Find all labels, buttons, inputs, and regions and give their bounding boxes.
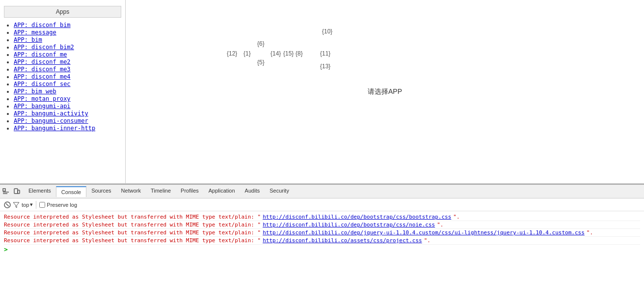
app-link[interactable]: APP: disconf sec <box>14 81 71 87</box>
app-link[interactable]: APP: disconf me <box>14 51 67 58</box>
console-line: Resource interpreted as Stylesheet but t… <box>4 213 640 221</box>
app-link[interactable]: APP: disconf me2 <box>14 58 71 65</box>
tab-elements[interactable]: Elements <box>24 186 56 197</box>
app-list: APP: disconf bimAPP: messageAPP: bimAPP:… <box>0 22 125 132</box>
device-icon[interactable] <box>13 188 21 196</box>
floating-label: {11} <box>320 50 330 57</box>
console-line: Resource interpreted as Stylesheet but t… <box>4 237 640 245</box>
list-item: APP: disconf bim2 <box>14 44 125 51</box>
app-link[interactable]: APP: bangumi-api <box>14 103 71 110</box>
list-item: APP: message <box>14 29 125 36</box>
svg-rect-3 <box>14 189 18 194</box>
top-dropdown[interactable]: top ▾ <box>22 201 33 208</box>
list-item: APP: bangumi-inner-http <box>14 125 125 132</box>
select-app-text: 请选择APP <box>368 87 402 96</box>
app-link[interactable]: APP: disconf bim <box>14 22 71 28</box>
svg-marker-7 <box>13 202 19 208</box>
console-prompt: > <box>4 245 640 254</box>
clear-icon[interactable] <box>4 201 11 208</box>
list-item: APP: disconf me2 <box>14 58 125 65</box>
devtools-console: Resource interpreted as Stylesheet but t… <box>0 211 644 282</box>
floating-label: {5} <box>257 59 265 66</box>
list-item: APP: disconf sec <box>14 81 125 87</box>
tab-sources[interactable]: Sources <box>86 186 116 197</box>
app-link[interactable]: APP: disconf me3 <box>14 66 71 73</box>
dropdown-arrow-icon: ▾ <box>30 201 33 208</box>
tab-audits[interactable]: Audits <box>240 186 265 197</box>
tab-console[interactable]: Console <box>56 186 86 197</box>
floating-label: {12} <box>227 50 237 57</box>
app-link[interactable]: APP: motan proxy <box>14 95 71 102</box>
console-prompt-arrow: > <box>4 246 8 253</box>
console-link[interactable]: http://disconf.bilibili.co/dep/bootstrap… <box>263 222 435 228</box>
console-line: Resource interpreted as Stylesheet but t… <box>4 229 640 237</box>
top-label: top <box>22 202 29 208</box>
floating-label: {8} <box>295 50 303 57</box>
floating-label: {15} <box>283 50 294 57</box>
app-link[interactable]: APP: bangumi-activity <box>14 110 88 117</box>
list-item: APP: disconf bim <box>14 22 125 28</box>
list-item: APP: disconf me <box>14 51 125 58</box>
devtools-panel: ElementsConsoleSourcesNetworkTimelinePro… <box>0 184 644 282</box>
apps-title: Apps <box>4 6 121 18</box>
filter-icon[interactable] <box>13 201 20 208</box>
tab-profiles[interactable]: Profiles <box>176 186 204 197</box>
tab-timeline[interactable]: Timeline <box>146 186 176 197</box>
list-item: APP: motan proxy <box>14 95 125 102</box>
divider <box>36 201 36 209</box>
preserve-log-label[interactable]: Preserve log <box>39 202 77 208</box>
floating-label: {13} <box>320 63 330 70</box>
app-link[interactable]: APP: disconf bim2 <box>14 44 74 51</box>
svg-line-6 <box>6 203 9 206</box>
inspect-icon[interactable] <box>2 188 10 196</box>
list-item: APP: bangumi-api <box>14 103 125 110</box>
console-link[interactable]: http://disconf.bilibili.co/dep/jquery-ui… <box>263 229 585 236</box>
list-item: APP: bangumi-activity <box>14 110 125 117</box>
tab-network[interactable]: Network <box>116 186 146 197</box>
app-link[interactable]: APP: bim web <box>14 88 56 95</box>
tab-security[interactable]: Security <box>265 186 294 197</box>
console-line: Resource interpreted as Stylesheet but t… <box>4 221 640 229</box>
preserve-log-checkbox[interactable] <box>39 202 45 208</box>
floating-label: {1} <box>243 50 251 57</box>
app-link[interactable]: APP: bim <box>14 36 42 43</box>
list-item: APP: disconf me4 <box>14 73 125 80</box>
floating-label: {14} <box>270 50 281 57</box>
content-area: 请选择APP {10}{6}{12}{1}{14}{15}{8}{11}{5}{… <box>126 0 644 183</box>
list-item: APP: bim <box>14 36 125 43</box>
floating-label: {10} <box>322 28 332 35</box>
console-link[interactable]: http://disconf.bilibili.co/dep/bootstrap… <box>263 214 451 220</box>
sidebar: Apps APP: disconf bimAPP: messageAPP: bi… <box>0 0 126 183</box>
list-item: APP: disconf me3 <box>14 66 125 73</box>
floating-label: {6} <box>257 40 265 47</box>
app-link[interactable]: APP: bangumi-consumer <box>14 117 88 124</box>
list-item: APP: bangumi-consumer <box>14 117 125 124</box>
svg-rect-0 <box>3 189 5 191</box>
list-item: APP: bim web <box>14 88 125 95</box>
console-link[interactable]: http://disconf.bilibili.co/assets/css/pr… <box>263 237 422 244</box>
app-link[interactable]: APP: message <box>14 29 56 36</box>
tab-application[interactable]: Application <box>204 186 240 197</box>
devtools-tabs: ElementsConsoleSourcesNetworkTimelinePro… <box>0 185 644 198</box>
devtools-toolbar: top ▾ Preserve log <box>0 198 644 211</box>
svg-rect-4 <box>18 190 20 194</box>
app-link[interactable]: APP: disconf me4 <box>14 73 71 80</box>
app-link[interactable]: APP: bangumi-inner-http <box>14 125 95 132</box>
